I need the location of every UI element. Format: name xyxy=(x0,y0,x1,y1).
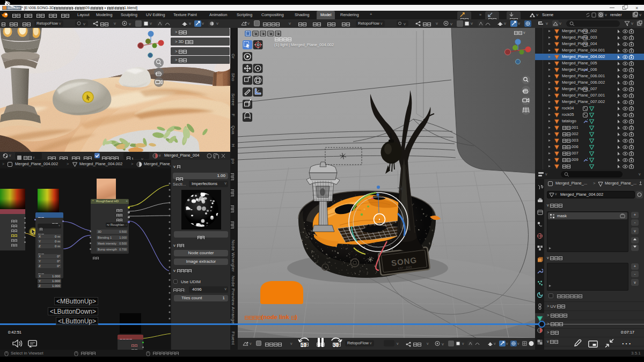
svg-text:v: v xyxy=(404,21,406,26)
svg-text:v: v xyxy=(83,21,85,26)
svg-text:v: v xyxy=(450,21,452,26)
svg-text:v: v xyxy=(129,21,131,26)
svg-text:v: v xyxy=(442,342,444,346)
